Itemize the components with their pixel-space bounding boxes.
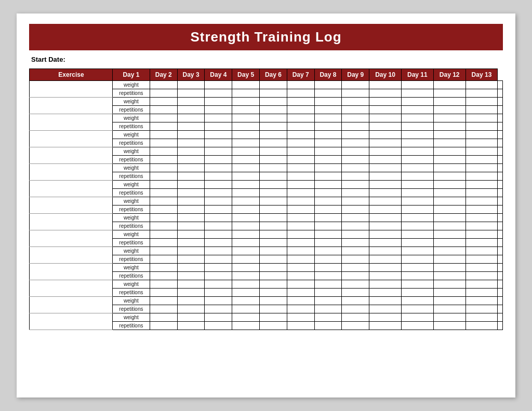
exercise-12-rep-day5[interactable] [260, 272, 287, 280]
exercise-5-rep-day13[interactable] [498, 156, 503, 164]
exercise-15-rep-day5[interactable] [260, 322, 287, 330]
exercise-8-rep-day13[interactable] [498, 206, 503, 214]
exercise-13-weight-day11[interactable] [433, 280, 466, 289]
exercise-12-weight-day10[interactable] [401, 264, 433, 272]
exercise-2-rep-day3[interactable] [205, 106, 232, 114]
exercise-8-rep-day8[interactable] [342, 206, 369, 214]
exercise-1-rep-day8[interactable] [342, 89, 369, 98]
exercise-14-rep-day8[interactable] [342, 305, 369, 313]
exercise-12-rep-day2[interactable] [177, 272, 205, 280]
exercise-12-weight-day9[interactable] [369, 264, 402, 272]
exercise-2-weight-day3[interactable] [205, 98, 232, 106]
exercise-10-rep-day3[interactable] [205, 239, 232, 247]
exercise-4-rep-day12[interactable] [466, 139, 498, 147]
exercise-11-rep-day5[interactable] [260, 255, 287, 264]
exercise-8-rep-day10[interactable] [401, 206, 433, 214]
exercise-1-rep-day1[interactable] [150, 89, 177, 98]
exercise-5-weight-day10[interactable] [401, 147, 433, 156]
exercise-11-weight-day2[interactable] [177, 247, 205, 255]
exercise-8-rep-day11[interactable] [433, 206, 466, 214]
exercise-14-weight-day7[interactable] [314, 297, 342, 305]
exercise-5-name[interactable] [30, 147, 113, 164]
exercise-15-rep-day7[interactable] [314, 322, 342, 330]
exercise-12-name[interactable] [30, 264, 113, 280]
exercise-15-weight-day4[interactable] [232, 313, 260, 322]
exercise-11-weight-day5[interactable] [260, 247, 287, 255]
exercise-10-rep-day13[interactable] [498, 239, 503, 247]
exercise-5-weight-day6[interactable] [287, 147, 314, 156]
exercise-2-weight-day10[interactable] [401, 98, 433, 106]
exercise-10-weight-day4[interactable] [232, 230, 260, 239]
exercise-8-weight-day6[interactable] [287, 197, 314, 206]
exercise-14-weight-day8[interactable] [342, 297, 369, 305]
exercise-6-weight-day10[interactable] [401, 164, 433, 172]
exercise-2-rep-day12[interactable] [466, 106, 498, 114]
exercise-7-weight-day11[interactable] [433, 181, 466, 189]
exercise-5-weight-day5[interactable] [260, 147, 287, 156]
exercise-12-weight-day2[interactable] [177, 264, 205, 272]
exercise-11-weight-day11[interactable] [433, 247, 466, 255]
exercise-4-weight-day3[interactable] [205, 131, 232, 139]
exercise-3-weight-day6[interactable] [287, 114, 314, 122]
exercise-14-weight-day5[interactable] [260, 297, 287, 305]
exercise-7-rep-day3[interactable] [205, 189, 232, 197]
exercise-11-rep-day12[interactable] [466, 255, 498, 264]
exercise-12-rep-day13[interactable] [498, 272, 503, 280]
exercise-2-weight-day11[interactable] [433, 98, 466, 106]
exercise-9-rep-day7[interactable] [314, 222, 342, 230]
exercise-2-weight-day4[interactable] [232, 98, 260, 106]
exercise-9-weight-day7[interactable] [314, 214, 342, 222]
exercise-11-rep-day3[interactable] [205, 255, 232, 264]
exercise-3-weight-day13[interactable] [498, 114, 503, 122]
exercise-4-rep-day9[interactable] [369, 139, 402, 147]
exercise-1-rep-day3[interactable] [205, 89, 232, 98]
exercise-13-weight-day12[interactable] [466, 280, 498, 289]
exercise-14-rep-day12[interactable] [466, 305, 498, 313]
exercise-11-rep-day1[interactable] [150, 255, 177, 264]
exercise-14-weight-day9[interactable] [369, 297, 402, 305]
exercise-1-rep-day5[interactable] [260, 89, 287, 98]
exercise-7-weight-day12[interactable] [466, 181, 498, 189]
exercise-10-name[interactable] [30, 230, 113, 247]
exercise-10-rep-day10[interactable] [401, 239, 433, 247]
exercise-10-weight-day1[interactable] [150, 230, 177, 239]
exercise-10-weight-day6[interactable] [287, 230, 314, 239]
exercise-4-weight-day12[interactable] [466, 131, 498, 139]
exercise-7-rep-day7[interactable] [314, 189, 342, 197]
exercise-15-weight-day3[interactable] [205, 313, 232, 322]
exercise-1-weight-day4[interactable] [232, 81, 260, 89]
exercise-9-name[interactable] [30, 214, 113, 230]
exercise-14-rep-day13[interactable] [498, 305, 503, 313]
exercise-11-rep-day2[interactable] [177, 255, 205, 264]
exercise-15-rep-day3[interactable] [205, 322, 232, 330]
exercise-4-rep-day10[interactable] [401, 139, 433, 147]
exercise-9-weight-day5[interactable] [260, 214, 287, 222]
exercise-14-rep-day2[interactable] [177, 305, 205, 313]
exercise-3-weight-day3[interactable] [205, 114, 232, 122]
exercise-15-name[interactable] [30, 313, 113, 330]
exercise-10-rep-day1[interactable] [150, 239, 177, 247]
exercise-12-rep-day4[interactable] [232, 272, 260, 280]
exercise-9-rep-day2[interactable] [177, 222, 205, 230]
exercise-15-weight-day7[interactable] [314, 313, 342, 322]
exercise-5-rep-day8[interactable] [342, 156, 369, 164]
exercise-7-rep-day9[interactable] [369, 189, 402, 197]
exercise-1-rep-day13[interactable] [498, 89, 503, 98]
exercise-4-weight-day11[interactable] [433, 131, 466, 139]
exercise-3-rep-day3[interactable] [205, 122, 232, 131]
exercise-10-rep-day2[interactable] [177, 239, 205, 247]
exercise-13-rep-day2[interactable] [177, 289, 205, 297]
exercise-14-rep-day9[interactable] [369, 305, 402, 313]
exercise-15-rep-day13[interactable] [498, 322, 503, 330]
exercise-13-weight-day4[interactable] [232, 280, 260, 289]
exercise-7-weight-day8[interactable] [342, 181, 369, 189]
exercise-8-weight-day9[interactable] [369, 197, 402, 206]
exercise-13-rep-day11[interactable] [433, 289, 466, 297]
exercise-3-rep-day13[interactable] [498, 122, 503, 131]
exercise-5-weight-day11[interactable] [433, 147, 466, 156]
exercise-6-weight-day5[interactable] [260, 164, 287, 172]
exercise-7-rep-day10[interactable] [401, 189, 433, 197]
exercise-9-rep-day4[interactable] [232, 222, 260, 230]
exercise-10-weight-day9[interactable] [369, 230, 402, 239]
exercise-15-weight-day11[interactable] [433, 313, 466, 322]
